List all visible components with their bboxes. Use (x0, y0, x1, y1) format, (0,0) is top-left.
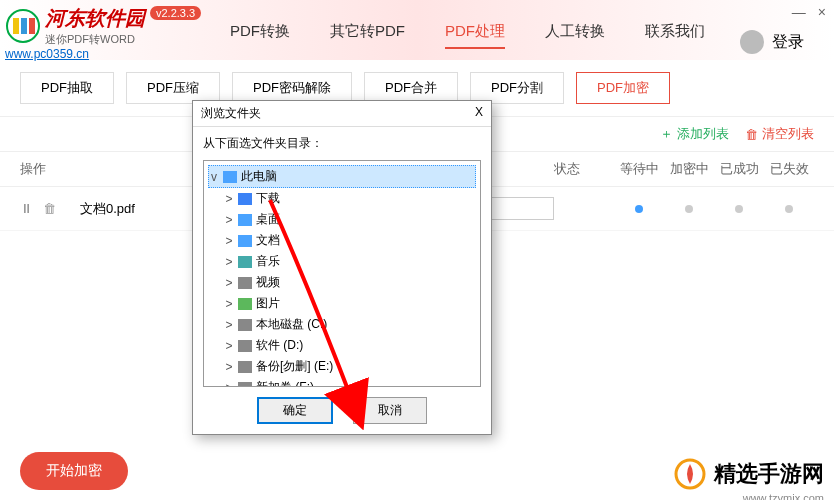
nav-item-2[interactable]: PDF处理 (445, 22, 505, 49)
ic-drive (238, 361, 252, 373)
tree-item-3[interactable]: >文档 (208, 230, 476, 251)
tree-label: 新加卷 (F:) (256, 379, 314, 387)
tree-label: 备份[勿删] (E:) (256, 358, 333, 375)
ic-drive (238, 340, 252, 352)
add-list-button[interactable]: ＋添加列表 (660, 125, 729, 143)
th-fail: 已失效 (764, 160, 814, 178)
ok-button[interactable]: 确定 (257, 397, 333, 424)
svg-rect-1 (13, 18, 19, 34)
window-controls: — × (792, 4, 826, 20)
browse-folder-dialog: 浏览文件夹 X 从下面选文件夹目录： v此电脑>下载>桌面>文档>音乐>视频>图… (192, 100, 492, 435)
delete-icon[interactable]: 🗑 (43, 201, 56, 216)
nav-item-3[interactable]: 人工转换 (545, 22, 605, 49)
status-dot-wait (635, 205, 643, 213)
subtab-0[interactable]: PDF抽取 (20, 72, 114, 104)
minimize-icon[interactable]: — (792, 4, 806, 20)
th-wait: 等待中 (614, 160, 664, 178)
add-label: 添加列表 (677, 125, 729, 143)
plus-icon: ＋ (660, 125, 673, 143)
caret-icon: > (224, 213, 234, 227)
tree-label: 图片 (256, 295, 280, 312)
caret-icon: v (209, 170, 219, 184)
tree-item-8[interactable]: >软件 (D:) (208, 335, 476, 356)
tree-label: 此电脑 (241, 168, 277, 185)
caret-icon: > (224, 318, 234, 332)
tree-label: 音乐 (256, 253, 280, 270)
cancel-button[interactable]: 取消 (353, 397, 427, 424)
ic-dl (238, 193, 252, 205)
brand-sub: 迷你PDF转WORD (45, 32, 145, 47)
dialog-title: 浏览文件夹 (201, 105, 261, 122)
tree-label: 桌面 (256, 211, 280, 228)
watermark: 精选手游网 (672, 456, 824, 492)
clear-label: 清空列表 (762, 125, 814, 143)
watermark-icon (672, 456, 708, 492)
nav-item-1[interactable]: 其它转PDF (330, 22, 405, 49)
start-encrypt-button[interactable]: 开始加密 (20, 452, 128, 490)
trash-icon: 🗑 (745, 127, 758, 142)
version-badge: v2.2.3.3 (150, 6, 201, 20)
caret-icon: > (224, 192, 234, 206)
main-nav: PDF转换其它转PDFPDF处理人工转换联系我们 (230, 22, 705, 49)
ic-pc (223, 171, 237, 183)
tree-item-1[interactable]: >下载 (208, 188, 476, 209)
close-icon[interactable]: × (818, 4, 826, 20)
tree-label: 本地磁盘 (C:) (256, 316, 327, 333)
watermark-text: 精选手游网 (714, 459, 824, 489)
pause-icon[interactable]: ⏸ (20, 201, 33, 216)
tree-item-7[interactable]: >本地磁盘 (C:) (208, 314, 476, 335)
clear-list-button[interactable]: 🗑清空列表 (745, 125, 814, 143)
top-bar: 河东软件园 迷你PDF转WORD www.pc0359.cn v2.2.3.3 … (0, 0, 834, 60)
nav-item-0[interactable]: PDF转换 (230, 22, 290, 49)
ic-music (238, 256, 252, 268)
svg-rect-2 (21, 18, 27, 34)
status-dot-ok (735, 205, 743, 213)
caret-icon: > (224, 339, 234, 353)
tree-label: 软件 (D:) (256, 337, 303, 354)
brand-url[interactable]: www.pc0359.cn (5, 47, 145, 61)
th-ok: 已成功 (714, 160, 764, 178)
folder-tree[interactable]: v此电脑>下载>桌面>文档>音乐>视频>图片>本地磁盘 (C:)>软件 (D:)… (203, 160, 481, 387)
dialog-close-icon[interactable]: X (475, 105, 483, 122)
caret-icon: > (224, 255, 234, 269)
logo: 河东软件园 迷你PDF转WORD www.pc0359.cn (5, 5, 145, 61)
caret-icon: > (224, 234, 234, 248)
ic-doc (238, 235, 252, 247)
th-enc: 加密中 (664, 160, 714, 178)
tree-label: 视频 (256, 274, 280, 291)
logo-icon (5, 8, 41, 44)
subtab-5[interactable]: PDF加密 (576, 72, 670, 104)
login-area[interactable]: 登录 (740, 30, 804, 54)
status-dot-fail (785, 205, 793, 213)
tree-label: 下载 (256, 190, 280, 207)
ic-video (238, 277, 252, 289)
ic-folder (238, 214, 252, 226)
tree-label: 文档 (256, 232, 280, 249)
nav-item-4[interactable]: 联系我们 (645, 22, 705, 49)
dialog-label: 从下面选文件夹目录： (193, 127, 491, 160)
caret-icon: > (224, 276, 234, 290)
avatar-icon (740, 30, 764, 54)
th-status: 状态 (554, 160, 614, 178)
status-dot-enc (685, 205, 693, 213)
brand-name: 河东软件园 (45, 5, 145, 32)
ic-pic (238, 298, 252, 310)
ic-drive (238, 319, 252, 331)
tree-item-9[interactable]: >备份[勿删] (E:) (208, 356, 476, 377)
watermark-url: www.tzymjx.com (743, 492, 824, 500)
tree-item-2[interactable]: >桌面 (208, 209, 476, 230)
caret-icon: > (224, 360, 234, 374)
th-op: 操作 (20, 160, 80, 178)
svg-rect-3 (29, 18, 35, 34)
tree-item-6[interactable]: >图片 (208, 293, 476, 314)
tree-item-0[interactable]: v此电脑 (208, 165, 476, 188)
caret-icon: > (224, 297, 234, 311)
tree-item-5[interactable]: >视频 (208, 272, 476, 293)
tree-item-4[interactable]: >音乐 (208, 251, 476, 272)
tree-item-10[interactable]: >新加卷 (F:) (208, 377, 476, 387)
login-text: 登录 (772, 32, 804, 53)
